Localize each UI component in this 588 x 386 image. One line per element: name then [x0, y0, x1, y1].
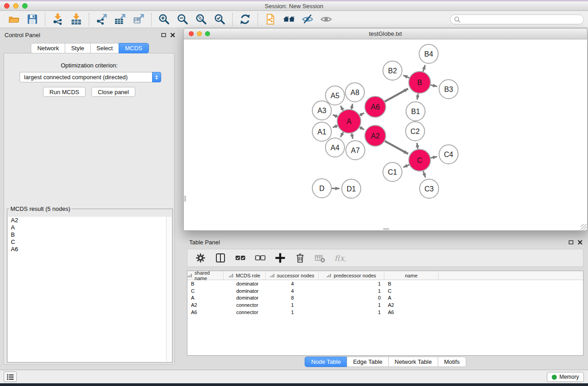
graph-node-A6[interactable]: A6: [365, 96, 386, 117]
graph-node-C1[interactable]: C1: [383, 162, 402, 181]
import-table-button[interactable]: [67, 12, 86, 27]
graph-node-B2[interactable]: B2: [383, 61, 402, 80]
export-network-button[interactable]: [92, 12, 111, 27]
task-history-button[interactable]: [4, 372, 17, 382]
tab-mcds[interactable]: MCDS: [119, 43, 148, 53]
column-header-successor-nodes[interactable]: successor nodes: [266, 271, 319, 280]
table-row-a[interactable]: Adominator80A: [187, 295, 583, 302]
maximize-network-window-button[interactable]: [205, 31, 210, 36]
tab-edge-table[interactable]: Edge Table: [347, 357, 389, 367]
graph-node-A7[interactable]: A7: [346, 141, 365, 160]
minimize-network-window-button[interactable]: [197, 31, 202, 36]
graph-edge-A-A2[interactable]: [360, 127, 364, 130]
search-box[interactable]: [450, 14, 584, 24]
graph-edge-B-B2[interactable]: [403, 75, 409, 78]
delete-columns-button[interactable]: [294, 252, 306, 264]
select-all-button[interactable]: [234, 252, 246, 264]
graph-node-B1[interactable]: B1: [406, 102, 425, 121]
tab-network[interactable]: Network: [31, 43, 65, 53]
minimize-window-button[interactable]: [13, 3, 19, 9]
graph-edge-C-C3[interactable]: [423, 171, 425, 178]
resize-grip[interactable]: [581, 224, 587, 230]
table-mode-button[interactable]: [194, 252, 206, 264]
zoom-in-button[interactable]: [155, 12, 173, 27]
close-panel-icon[interactable]: [170, 33, 175, 38]
graph-node-B4[interactable]: B4: [419, 44, 438, 63]
graph-node-A3[interactable]: A3: [312, 101, 331, 120]
table-row-a6[interactable]: A6connector11A6: [187, 309, 583, 316]
deselect-all-button[interactable]: [254, 252, 266, 264]
graph-edge-C-C1[interactable]: [403, 165, 409, 167]
graph-edge-A2-C[interactable]: [385, 141, 408, 154]
network-canvas[interactable]: AA6A2BCA1A3A4A5A7A8B1B2B3B4C1C2C3C4DD1: [183, 39, 588, 231]
graph-node-A2[interactable]: A2: [365, 125, 386, 146]
graph-node-A1[interactable]: A1: [312, 122, 331, 141]
graph-node-A8[interactable]: A8: [345, 83, 364, 102]
column-header-mcds-role[interactable]: MCDS role: [224, 271, 266, 280]
tab-network-table[interactable]: Network Table: [388, 357, 438, 367]
graph-edge-A6-B[interactable]: [385, 89, 408, 101]
mcds-result-item[interactable]: C: [8, 238, 172, 246]
zoom-fit-button[interactable]: [192, 12, 210, 27]
new-network-from-selection-button[interactable]: [261, 12, 280, 27]
save-session-button[interactable]: [23, 12, 42, 27]
open-file-button[interactable]: [5, 12, 23, 27]
vertical-scrollbar-thumb[interactable]: [184, 195, 186, 202]
graph-node-B[interactable]: B: [409, 71, 430, 93]
export-image-button[interactable]: [129, 12, 148, 27]
graph-node-D1[interactable]: D1: [342, 179, 361, 198]
close-panel-button[interactable]: Close panel: [91, 87, 135, 97]
mcds-result-item[interactable]: A: [8, 224, 172, 231]
graph-edge-C-C4[interactable]: [431, 157, 437, 158]
graph-node-C3[interactable]: C3: [420, 179, 439, 198]
close-network-window-button[interactable]: [189, 31, 194, 36]
close-table-panel-icon[interactable]: [578, 240, 583, 245]
float-table-panel-icon[interactable]: [569, 240, 574, 245]
graph-edge-A-A3[interactable]: [333, 115, 338, 117]
graph-edge-A-A5[interactable]: [340, 106, 343, 111]
zoom-selected-button[interactable]: [210, 12, 229, 27]
mcds-result-item[interactable]: A2: [8, 217, 172, 224]
tab-motifs[interactable]: Motifs: [438, 357, 466, 367]
maximize-window-button[interactable]: [22, 3, 28, 9]
graph-node-A[interactable]: A: [337, 110, 361, 133]
column-header-shared-name[interactable]: shared name: [187, 271, 224, 280]
graph-node-C4[interactable]: C4: [439, 145, 458, 164]
hide-graphics-details-button[interactable]: [298, 12, 317, 27]
horizontal-scrollbar-thumb[interactable]: [383, 228, 389, 230]
graph-edge-B-B4[interactable]: [423, 65, 425, 71]
show-columns-button[interactable]: [214, 252, 226, 264]
optimization-criterion-select[interactable]: largest connected component (directed): [19, 72, 161, 82]
import-network-button[interactable]: [48, 12, 67, 27]
mcds-result-item[interactable]: A6: [8, 246, 172, 253]
create-column-button[interactable]: [274, 252, 286, 264]
graph-edge-B-B1[interactable]: [417, 94, 418, 100]
result-list-scrollbar[interactable]: [166, 217, 172, 362]
tab-style[interactable]: Style: [65, 43, 91, 53]
graph-edge-A-A8[interactable]: [351, 104, 352, 110]
tab-node-table[interactable]: Node Table: [305, 357, 347, 367]
mcds-result-item[interactable]: B: [8, 231, 172, 238]
graph-node-D[interactable]: D: [312, 179, 331, 198]
export-table-button[interactable]: [111, 12, 129, 27]
graph-edge-A-A1[interactable]: [333, 126, 338, 128]
search-input[interactable]: [463, 16, 580, 23]
table-row-a2[interactable]: A2connector11A2: [187, 301, 583, 309]
column-header-name[interactable]: name: [384, 271, 439, 280]
graph-edge-A-A7[interactable]: [352, 133, 353, 138]
run-mcds-button[interactable]: Run MCDS: [43, 87, 86, 97]
table-row-b[interactable]: Bdominator41B: [187, 280, 583, 287]
column-header-predecessor-nodes[interactable]: predecessor nodes: [319, 271, 384, 280]
tab-select[interactable]: Select: [90, 43, 119, 53]
graph-node-B3[interactable]: B3: [439, 80, 458, 99]
zoom-out-button[interactable]: [173, 12, 192, 27]
float-panel-icon[interactable]: [161, 33, 166, 38]
graph-edge-C-C2[interactable]: [417, 143, 418, 149]
graph-edge-B-B3[interactable]: [430, 85, 437, 86]
graph-node-A5[interactable]: A5: [325, 86, 344, 105]
graph-node-C2[interactable]: C2: [406, 122, 425, 141]
refresh-view-button[interactable]: [236, 12, 254, 27]
graph-edge-A-A4[interactable]: [340, 132, 343, 137]
graph-edge-A-A6[interactable]: [360, 113, 364, 116]
memory-button[interactable]: Memory: [547, 372, 584, 382]
